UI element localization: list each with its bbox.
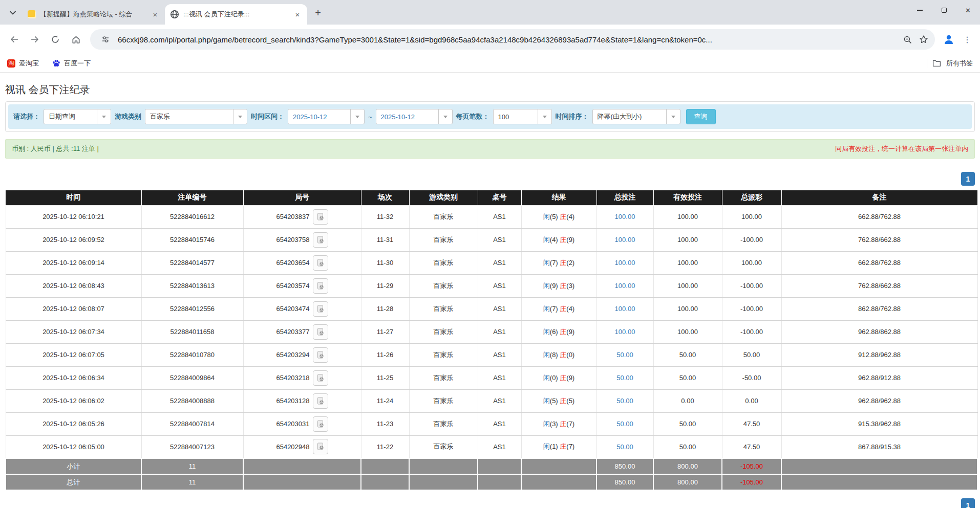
chevron-down-icon: [666, 109, 680, 124]
cell-bet-id: 522884012556: [141, 297, 243, 320]
date-from-select[interactable]: 2025-10-12: [288, 109, 365, 124]
forward-button[interactable]: [25, 29, 45, 50]
profile-avatar[interactable]: [939, 30, 958, 49]
sort-order-value: 降幂(由大到小): [593, 109, 666, 124]
total-bet-link[interactable]: 50.00: [616, 374, 633, 382]
total-bet-link[interactable]: 50.00: [616, 351, 633, 359]
total-bet-link[interactable]: 50.00: [616, 420, 633, 428]
total-bet-link[interactable]: 100.00: [615, 305, 635, 313]
cell-total-bet: 100.00: [596, 251, 653, 274]
video-replay-icon[interactable]: [313, 393, 328, 409]
cell-payout: -100.00: [722, 274, 781, 297]
date-to-select[interactable]: 2025-10-12: [376, 109, 453, 124]
cell-bet-id: 522884011658: [141, 320, 243, 343]
total-bet-link[interactable]: 50.00: [616, 397, 633, 405]
sort-order-select[interactable]: 降幂(由大到小): [592, 109, 680, 124]
video-replay-icon[interactable]: [313, 439, 328, 454]
maximize-button[interactable]: [932, 0, 956, 20]
cell-table-no: AS1: [478, 320, 521, 343]
cell-time: 2025-10-12 06:07:34: [6, 320, 141, 343]
chevron-down-icon: [10, 11, 16, 15]
column-header-8: 有效投注: [653, 190, 722, 205]
bookmarks-bar: 淘 爱淘宝 百度一下 所有书签: [0, 54, 980, 73]
browser-menu-button[interactable]: ⋮: [958, 30, 976, 49]
taobao-icon: 淘: [7, 59, 15, 68]
total-bet-link[interactable]: 100.00: [615, 213, 635, 220]
site-settings-icon[interactable]: [97, 31, 114, 48]
cell-valid-bet: 0.00: [653, 389, 722, 412]
search-button[interactable]: 查询: [686, 109, 716, 124]
url-text[interactable]: 66cxkj98.com/ipl/portal.php/game/betreco…: [118, 35, 894, 44]
video-replay-icon[interactable]: [313, 301, 328, 317]
home-icon: [71, 35, 81, 45]
video-replay-icon[interactable]: [313, 255, 328, 271]
video-replay-icon[interactable]: [313, 347, 328, 363]
pagination-top: 1: [5, 172, 975, 186]
cell-time: 2025-10-12 06:05:26: [6, 412, 141, 435]
cell-bet-id: 522884014577: [141, 251, 243, 274]
summary-warning-text: 同局有效投注，统一计算在该局第一张注单内: [835, 144, 968, 153]
summary-table: [478, 458, 521, 474]
zoom-icon[interactable]: [899, 31, 915, 48]
per-page-select[interactable]: 100: [493, 109, 552, 124]
cell-valid-bet: 100.00: [653, 228, 722, 251]
new-tab-button[interactable]: +: [310, 5, 326, 20]
total-bet-link[interactable]: 100.00: [615, 328, 635, 336]
bet-row: 2025-10-12 06:06:34522884009864654203218…: [6, 366, 977, 389]
cell-result: 闲(5) 庄(5): [521, 389, 596, 412]
all-bookmarks-button[interactable]: 所有书签: [946, 59, 973, 68]
tab-search-button[interactable]: [5, 5, 20, 20]
summary-note: [781, 474, 977, 490]
cell-note: 962.88/912.88: [781, 366, 977, 389]
cell-total-bet: 100.00: [596, 228, 653, 251]
video-replay-icon[interactable]: [313, 278, 328, 294]
summary-note: [781, 458, 977, 474]
bookmark-aitaobao[interactable]: 淘 爱淘宝: [7, 59, 39, 68]
total-bet-link[interactable]: 50.00: [616, 443, 633, 451]
cell-bet-id: 522884013613: [141, 274, 243, 297]
cell-note: 915.38/962.88: [781, 412, 977, 435]
cell-game-type: 百家乐: [409, 343, 478, 366]
cell-round: 654202948: [243, 435, 361, 458]
summary-row: 小计11850.00800.00-105.00: [6, 458, 977, 474]
video-replay-icon[interactable]: [313, 232, 328, 248]
cell-payout: 100.00: [722, 251, 781, 274]
bet-row: 2025-10-12 06:08:07522884012556654203474…: [6, 297, 977, 320]
tab-forum[interactable]: 【新提醒】海燕策略论坛 - 综合 ×: [23, 4, 165, 25]
page-1-button[interactable]: 1: [961, 498, 975, 508]
video-replay-icon[interactable]: [313, 370, 328, 386]
back-button[interactable]: [4, 29, 25, 50]
bookmark-star-icon[interactable]: [915, 31, 932, 48]
total-bet-link[interactable]: 100.00: [615, 236, 635, 244]
tab-bet-records[interactable]: :::视讯 会员下注纪录::: ×: [165, 4, 307, 25]
total-bet-link[interactable]: 100.00: [615, 282, 635, 290]
video-replay-icon[interactable]: [313, 324, 328, 340]
game-type-select[interactable]: 百家乐: [145, 109, 247, 124]
minimize-button[interactable]: [908, 0, 932, 20]
reload-button[interactable]: [45, 29, 66, 50]
query-type-select[interactable]: 日期查询: [44, 109, 111, 124]
summary-payout: -105.00: [722, 474, 781, 490]
bookmark-label: 爱淘宝: [19, 59, 39, 68]
video-replay-icon[interactable]: [313, 209, 328, 225]
cell-time: 2025-10-12 06:05:00: [6, 435, 141, 458]
address-bar[interactable]: 66cxkj98.com/ipl/portal.php/game/betreco…: [90, 29, 935, 50]
bookmark-baidu[interactable]: 百度一下: [52, 59, 91, 68]
page-1-button[interactable]: 1: [961, 172, 975, 186]
close-button[interactable]: ✕: [956, 0, 980, 20]
summary-label: 小计: [6, 458, 141, 474]
cell-time: 2025-10-12 06:09:52: [6, 228, 141, 251]
tab-close-icon[interactable]: ×: [293, 10, 302, 19]
table-header-row: 时间注单编号局号场次游戏类别桌号结果总投注有效投注总派彩备注: [6, 190, 977, 205]
home-button[interactable]: [66, 29, 86, 50]
cell-table-no: AS1: [478, 389, 521, 412]
cell-time: 2025-10-12 06:06:34: [6, 366, 141, 389]
video-replay-icon[interactable]: [313, 416, 328, 432]
total-bet-link[interactable]: 100.00: [615, 259, 635, 267]
tab-close-icon[interactable]: ×: [151, 10, 160, 19]
cell-time: 2025-10-12 06:08:43: [6, 274, 141, 297]
cell-valid-bet: 50.00: [653, 435, 722, 458]
cell-round: 654203574: [243, 274, 361, 297]
cell-session: 11-24: [361, 389, 409, 412]
bet-row: 2025-10-12 06:10:21522884016612654203837…: [6, 205, 977, 228]
